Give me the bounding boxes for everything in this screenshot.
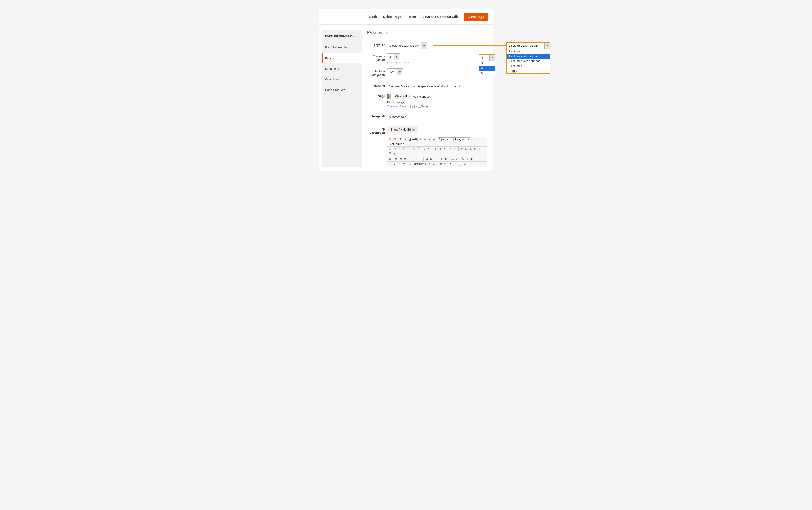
link-icon[interactable]: 🔗 <box>460 147 464 151</box>
spellcheck-icon[interactable]: ✓ <box>453 162 458 166</box>
back-button[interactable]: ← Back <box>364 15 377 19</box>
toggle-editor-button[interactable]: Show / Hide Editor <box>387 126 418 133</box>
split-cell-icon[interactable]: ⊟ <box>425 157 429 161</box>
forward-icon[interactable]: ▲ <box>393 162 397 166</box>
align-center-icon[interactable]: ≡ <box>423 137 427 141</box>
unlink-icon[interactable]: ⛓ <box>464 147 468 151</box>
paragraph-select[interactable]: Paragraph <box>454 137 470 141</box>
include-nav-caret[interactable] <box>397 69 402 75</box>
layout-select[interactable]: 2 columns with left bar <box>387 42 430 49</box>
delete-image-link[interactable]: Delete Image <box>387 101 405 104</box>
replace-icon[interactable]: 🔁 <box>417 147 421 151</box>
layout-option[interactable]: Empty <box>507 68 550 74</box>
nonbreaking-icon[interactable]: ⊟ <box>462 162 466 166</box>
del-icon[interactable]: A <box>428 162 432 166</box>
save-page-button[interactable]: Save Page <box>464 13 488 21</box>
abbr-icon[interactable]: ABBR <box>418 162 423 166</box>
sidebar-item-page-products[interactable]: Page Products <box>322 85 362 95</box>
style-prop-icon[interactable]: A <box>408 162 412 166</box>
cleanup-icon[interactable]: 🧹 <box>477 147 482 151</box>
layer-icon[interactable]: ◫ <box>388 162 392 166</box>
acronym-icon[interactable]: A.C. <box>423 162 427 166</box>
strikethrough-icon[interactable]: ABC <box>412 137 416 141</box>
pagebreak-icon[interactable]: ⎯ <box>458 162 462 166</box>
subscript-icon[interactable]: x₂ <box>451 157 455 161</box>
italic-icon[interactable]: I <box>403 137 407 141</box>
image-icon[interactable]: 🖼 <box>473 147 477 151</box>
anchor-icon[interactable]: ⚓ <box>468 147 473 151</box>
columns-callout-caret[interactable] <box>489 55 495 61</box>
media-icon[interactable]: ▶ <box>470 157 474 161</box>
sidebar-item-page-information[interactable]: Page Information <box>322 42 362 53</box>
ltr-icon[interactable]: ¶ <box>449 162 453 166</box>
include-nav-select[interactable]: Yes <box>387 68 403 75</box>
align-justify-icon[interactable]: ≡ <box>432 137 436 141</box>
sidebar-item-conditions[interactable]: Conditions <box>322 74 362 85</box>
superscript-icon[interactable]: x² <box>455 157 459 161</box>
columns-option[interactable]: 3 <box>480 61 495 66</box>
variable-icon[interactable]: ✪ <box>393 137 397 141</box>
cite-icon[interactable]: CITE <box>414 162 418 166</box>
choose-file-button[interactable]: Choose File <box>394 94 411 99</box>
redo-icon[interactable]: ↷ <box>453 147 458 151</box>
layout-option[interactable]: 1 column <box>507 49 550 54</box>
paste-word-icon[interactable]: 📃 <box>406 147 410 151</box>
image-alt-input[interactable] <box>387 114 463 120</box>
hr-icon[interactable]: — <box>435 157 439 161</box>
bullet-list-icon[interactable]: •≡ <box>423 147 427 151</box>
styles-select[interactable]: Styles <box>438 137 454 141</box>
table-icon[interactable]: ▦ <box>388 157 392 161</box>
code-icon[interactable]: ⎋ <box>393 151 397 155</box>
heading-input[interactable] <box>387 83 463 89</box>
number-list-icon[interactable]: 1≡ <box>428 147 432 151</box>
layout-callout-caret[interactable] <box>545 42 550 49</box>
layout-caret[interactable] <box>421 42 427 49</box>
font-family-select[interactable]: Font Family <box>388 142 405 146</box>
image-checkbox[interactable] <box>478 95 481 98</box>
columns-option[interactable]: 5 <box>480 71 495 76</box>
paste-text-icon[interactable]: 📝 <box>402 147 406 151</box>
columns-caret[interactable] <box>394 54 399 60</box>
align-right-icon[interactable]: ≡ <box>428 137 432 141</box>
backward-icon[interactable]: ▼ <box>397 162 401 166</box>
delete-row-icon[interactable]: ▭ <box>403 157 407 161</box>
visualblocks-icon[interactable]: ✎ <box>443 162 447 166</box>
col-after-icon[interactable]: ▯ <box>414 157 418 161</box>
cut-icon[interactable]: ✂ <box>388 147 392 151</box>
layout-option[interactable]: 2 columns with left bar <box>507 54 550 59</box>
layout-option[interactable]: 3 columns <box>507 64 550 69</box>
delete-page-button[interactable]: Delete Page <box>383 15 401 19</box>
indent-icon[interactable]: ⇥ <box>438 147 442 151</box>
special-char-icon[interactable]: Ω <box>461 157 465 161</box>
layout-option[interactable]: 2 columns with right bar <box>507 59 550 64</box>
visual-chars-icon[interactable]: ◧ <box>444 157 448 161</box>
columns-select[interactable]: 4 <box>387 54 400 60</box>
underline-icon[interactable]: U <box>408 137 412 141</box>
row-before-icon[interactable]: ▭ <box>394 157 398 161</box>
columns-option[interactable]: 4 <box>480 66 495 71</box>
outdent-icon[interactable]: ⇤ <box>434 147 438 151</box>
emoticon-icon[interactable]: ☺ <box>466 157 470 161</box>
image-formats-help: Supported formats: jpg,jpeg,gif,png <box>387 105 490 108</box>
sidebar-item-meta-data[interactable]: Meta Data <box>322 63 362 74</box>
attribs-icon[interactable]: 🏷 <box>438 162 442 166</box>
reset-button[interactable]: Reset <box>407 15 416 19</box>
delete-col-icon[interactable]: ▯ <box>418 157 423 161</box>
save-continue-button[interactable]: Save and Continue Edit <box>423 15 458 19</box>
merge-cell-icon[interactable]: ⊞ <box>429 157 433 161</box>
align-left-icon[interactable]: ≡ <box>418 137 423 141</box>
bold-icon[interactable]: B <box>399 137 403 141</box>
sidebar-item-design[interactable]: Design <box>322 53 362 63</box>
toggle-layer-icon[interactable]: ↻ <box>402 162 406 166</box>
find-icon[interactable]: 🔍 <box>412 147 416 151</box>
col-before-icon[interactable]: ▯ <box>409 157 413 161</box>
copy-icon[interactable]: 📋 <box>393 147 397 151</box>
widget-icon[interactable]: ❋ <box>388 137 392 141</box>
ins-icon[interactable]: A <box>432 162 436 166</box>
help-icon[interactable]: ❓ <box>388 151 392 155</box>
undo-icon[interactable]: ↶ <box>449 147 453 151</box>
remove-format-icon[interactable]: ✖ <box>440 157 444 161</box>
row-after-icon[interactable]: ▭ <box>399 157 403 161</box>
blockquote-icon[interactable]: ❝ <box>443 147 447 151</box>
paste-icon[interactable]: 📄 <box>397 147 401 151</box>
